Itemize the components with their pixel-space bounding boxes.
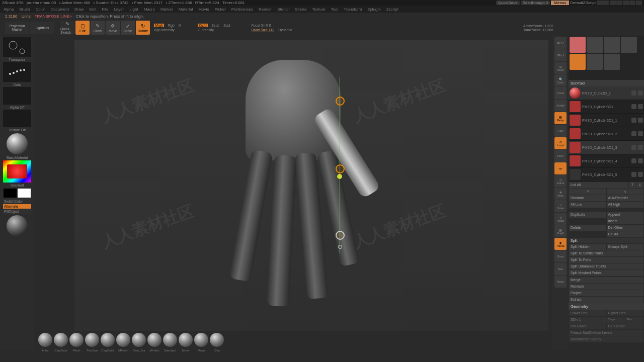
transpose-end-ring[interactable] (338, 245, 342, 249)
quicksave-button[interactable]: QuickSave (496, 1, 520, 5)
split-masked-button[interactable]: Split Masked Points (569, 270, 643, 276)
autoreorder-button[interactable]: AutoReorder (607, 195, 644, 201)
zadd-toggle[interactable]: Zadd (198, 24, 208, 27)
menu-material[interactable]: Material (176, 7, 195, 12)
rstr-toggle[interactable]: Rstr (625, 317, 643, 323)
reconstruct-subdiv-button[interactable]: Reconstruct Subdiv (569, 336, 643, 342)
bpr-button[interactable]: BPR (554, 37, 567, 49)
ghost-button[interactable]: Ghost (554, 250, 567, 262)
brush-standard[interactable]: Standard (163, 333, 177, 347)
rotate-nav-button[interactable]: ↻Rotate (554, 213, 567, 225)
tool-thumb[interactable] (604, 54, 620, 70)
freeze-subdiv-button[interactable]: Freeze SubDivision Levels (569, 330, 643, 336)
visibility-icon[interactable] (631, 104, 636, 109)
transpose-handle-bottom[interactable] (336, 231, 345, 240)
visibility-icon[interactable] (631, 131, 636, 136)
duplicate-button[interactable]: Duplicate (569, 212, 606, 218)
quick-sketch-button[interactable]: ✎Quick Sketch (60, 21, 74, 35)
canvas-viewport[interactable]: 人人素材社区 人人素材社区 人人素材社区 人人素材社区 Inflat ClayT… (34, 36, 552, 349)
zoom-button[interactable]: 🔍Zoom (554, 74, 567, 86)
scale-button[interactable]: ⤢Scale (121, 21, 135, 35)
subtool-item[interactable]: PM3D_Cylinder3D1_1 (569, 114, 644, 127)
menu-macro[interactable]: Macro (141, 7, 157, 12)
menu-brush[interactable]: Brush (17, 7, 32, 12)
cage-toggle[interactable]: Cage (606, 317, 624, 323)
window-icon[interactable] (616, 1, 622, 5)
window-icon[interactable] (610, 1, 616, 5)
brush-inflat[interactable]: Inflat (38, 333, 52, 347)
brush-clay[interactable]: Clay (210, 333, 224, 347)
subtool-header[interactable]: SubTool (569, 80, 644, 86)
window-icon[interactable] (597, 1, 603, 5)
split-parts-button[interactable]: Split To Parts (569, 257, 643, 263)
brush-damsta[interactable]: Dam_Sta (132, 333, 146, 347)
brush-spolish[interactable]: sPolish (147, 333, 162, 347)
brush-move[interactable]: Move (179, 333, 193, 347)
menu-texture[interactable]: Texture (309, 7, 328, 12)
eye-icon[interactable] (638, 90, 643, 96)
visibility-icon[interactable] (631, 145, 636, 150)
menus-button[interactable]: Menus (551, 1, 569, 5)
list-all-button[interactable]: List All (569, 182, 628, 188)
remesh-header[interactable]: Remesh (569, 284, 643, 290)
menu-transform[interactable]: Transform (341, 7, 364, 12)
xpose-button[interactable]: Xpose (554, 276, 567, 288)
groups-split-button[interactable]: Groups Split (607, 244, 644, 250)
eye-icon[interactable] (638, 158, 643, 163)
edit-button[interactable]: ▢Edit (75, 21, 90, 35)
higher-res-button[interactable]: Higher Res (607, 310, 644, 316)
tool-thumb[interactable] (604, 37, 620, 53)
visibility-icon[interactable] (631, 172, 636, 177)
brush-claybuild[interactable]: ClayBuild (101, 333, 115, 347)
menu-render[interactable]: Render (256, 7, 274, 12)
menu-picker[interactable]: Picker (212, 7, 228, 12)
menu-alpha[interactable]: Alpha (1, 7, 16, 12)
frame-button[interactable]: ◎Frame (554, 175, 567, 187)
subtool-item[interactable]: PM3D_Cylinder3D1_3 (569, 141, 644, 154)
subtool-item[interactable]: PM3D_Cylinder3D1_2 (569, 127, 644, 141)
solo-button[interactable]: Solo (554, 263, 567, 275)
menu-draw[interactable]: Draw (72, 7, 87, 12)
split-header[interactable]: Split (569, 238, 644, 243)
menu-tool[interactable]: Tool (329, 7, 341, 12)
merge-header[interactable]: Merge (569, 277, 643, 283)
del-all-button[interactable]: Del All (607, 231, 644, 237)
move-nav-button[interactable]: ✥Move (554, 188, 567, 200)
subtool-item[interactable]: PM3D_Cube3D_1 (569, 86, 644, 100)
eye-icon[interactable] (638, 118, 643, 123)
visibility-icon[interactable] (631, 118, 636, 123)
insert-button[interactable]: Insert (607, 218, 644, 224)
menu-color[interactable]: Color (33, 7, 47, 12)
zcut-toggle[interactable]: Zcut (223, 24, 230, 27)
zsub-toggle[interactable]: Zsub (212, 24, 220, 27)
material-preview[interactable] (7, 133, 28, 154)
local-button[interactable]: ⊙Local (554, 137, 567, 149)
alternate-button[interactable]: Alternate (3, 204, 31, 209)
dynamic-toggle[interactable]: Dynamic (278, 28, 292, 32)
eye-icon[interactable] (638, 145, 643, 150)
subtool-item[interactable]: PM3D_Cylinder3D1 (569, 100, 644, 114)
del-higher-button[interactable]: Del Higher (607, 323, 644, 329)
gradient-label[interactable]: Gradient (11, 184, 24, 187)
alpha-slot[interactable] (3, 87, 31, 105)
append-button[interactable]: Append (607, 212, 644, 218)
tool-thumb[interactable] (587, 54, 603, 70)
texture-slot[interactable] (3, 110, 31, 127)
menu-stencil[interactable]: Stencil (275, 7, 292, 12)
sdiv-slider[interactable]: SDiv 1 (569, 317, 606, 323)
split-similar-button[interactable]: Split To Similar Parts (569, 250, 643, 256)
switch-color-button[interactable]: SwitchColor (3, 199, 31, 204)
menu-light[interactable]: Light (127, 7, 140, 12)
focal-shift-slider[interactable]: Focal Shift 0 (252, 24, 292, 27)
window-icon[interactable] (603, 1, 609, 5)
rgb-toggle[interactable]: Rgb (168, 24, 175, 27)
menu-edit[interactable]: Edit (87, 7, 99, 12)
lower-res-button[interactable]: Lower Res (569, 310, 606, 316)
transp-button[interactable]: ◐Transp (554, 238, 567, 250)
tool-thumb[interactable] (570, 54, 586, 70)
menu-document[interactable]: Document (48, 7, 71, 12)
menu-layer[interactable]: Layer (111, 7, 126, 12)
brush-claytube[interactable]: ClayTube (54, 333, 68, 347)
extract-header[interactable]: Extract (569, 297, 643, 303)
brush-pinch[interactable]: Pinch (69, 333, 84, 347)
